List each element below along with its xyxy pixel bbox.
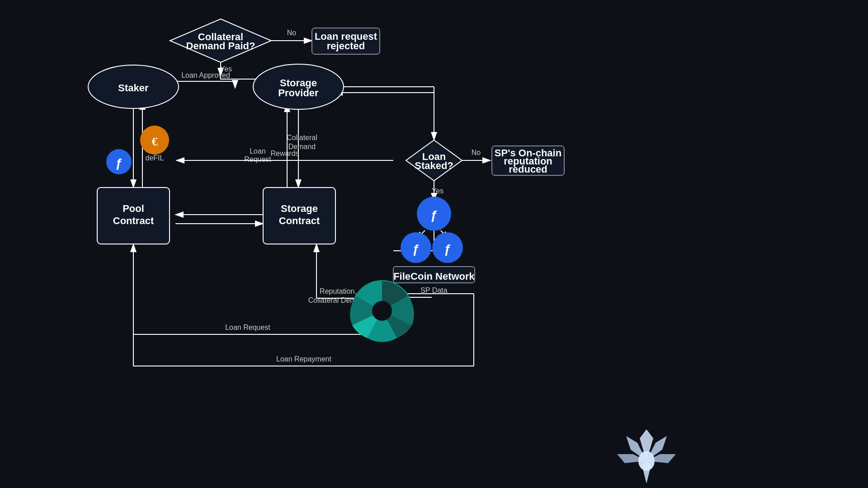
staker-label: Staker <box>118 82 149 94</box>
storage-provider-label-2: Provider <box>278 87 319 99</box>
storage-contract-label-2: Contract <box>279 215 320 226</box>
filecoin-symbol-main: ƒ <box>430 208 438 222</box>
svg-point-4 <box>372 301 392 321</box>
storage-contract-label-1: Storage <box>281 203 318 214</box>
label-loan-request-1: Loan <box>250 147 266 155</box>
fil-symbol-staker: ƒ <box>115 156 123 170</box>
label-loan-repayment: Loan Repayment <box>276 355 331 363</box>
filecoin-symbol-right: ƒ <box>444 242 451 256</box>
pool-contract-label-1: Pool <box>123 203 144 214</box>
sp-reputation-label-3: reduced <box>509 164 547 175</box>
arrow-loan-approved <box>176 81 235 88</box>
label-rewards: Rewards <box>270 150 299 157</box>
collateral-label-2: Demand Paid? <box>186 40 255 52</box>
label-reputation: Reputation, <box>320 287 357 295</box>
teal-logo-group <box>350 280 414 342</box>
label-loan-request-12: Request <box>244 155 271 163</box>
label-no-1: No <box>287 29 297 37</box>
label-no-2: No <box>472 149 481 156</box>
svg-point-11 <box>638 451 655 471</box>
ethindia-logo: ETHIndia <box>617 429 676 488</box>
label-yes-2: Yes <box>432 187 443 195</box>
defil-symbol: € <box>152 135 158 148</box>
loan-staked-label-2: Staked? <box>415 160 453 171</box>
defil-label: deFIL <box>146 154 164 162</box>
label-loan-request-2: Loan Request <box>225 324 270 331</box>
filecoin-symbol-left: ƒ <box>412 242 420 256</box>
pool-contract-label-2: Contract <box>113 215 154 226</box>
label-loan-approved: Loan Approved <box>181 71 230 79</box>
filecoin-network-label: FileCoin Network <box>393 271 475 282</box>
label-sp-data: SP Data <box>420 286 447 294</box>
label-collateral-demand: Collateral <box>287 134 317 141</box>
loan-rejected-label-2: rejected <box>327 40 365 52</box>
